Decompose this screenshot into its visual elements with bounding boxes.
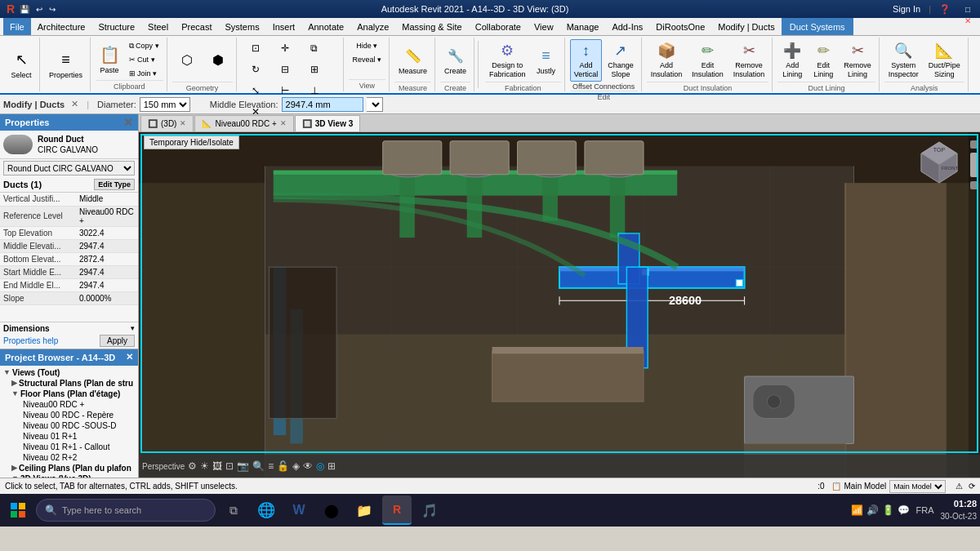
model-select[interactable]: Main Model xyxy=(889,480,946,493)
measure-btn[interactable]: 📏 Measure xyxy=(394,39,431,82)
notification-icon[interactable]: 💬 xyxy=(898,504,910,516)
elevation-unit-select[interactable]: ▾ xyxy=(367,97,383,112)
vp-unlock-icon[interactable]: 🔓 xyxy=(277,460,289,472)
properties-btn[interactable]: ≡ Properties xyxy=(45,43,87,86)
close-properties-btn[interactable]: ✕ xyxy=(123,116,133,129)
menu-insert[interactable]: Insert xyxy=(266,18,302,35)
viewport-scrollbar-right[interactable] xyxy=(969,132,980,478)
menu-manage[interactable]: Manage xyxy=(560,18,606,35)
taskview-btn[interactable]: ⧉ xyxy=(219,495,248,525)
menu-modify-ducts[interactable]: Modify | Ducts xyxy=(711,18,782,35)
close-btn[interactable]: ✕ xyxy=(962,15,973,26)
mirror-btn[interactable]: ⊟ xyxy=(271,60,299,80)
volume-icon[interactable]: 🔊 xyxy=(866,504,879,516)
add-lining-btn[interactable]: ➕ AddLining xyxy=(777,39,807,82)
diameter-select[interactable]: 150 mm 200 mm 250 mm xyxy=(140,97,190,112)
duct-pipe-sizing-btn[interactable]: 📐 Duct/PipeSizing xyxy=(924,39,964,82)
pb-item[interactable]: Niveau 01 R+1 xyxy=(2,431,136,442)
vp-3d-icon[interactable]: ◈ xyxy=(292,460,300,472)
geometry-btn1[interactable]: ⬡ xyxy=(172,39,202,82)
warning-icon[interactable]: ⚠ xyxy=(956,482,963,491)
align-btn[interactable]: ⊡ xyxy=(242,39,270,59)
create-btn[interactable]: 🔧 Create xyxy=(440,39,470,82)
copy-mod-btn[interactable]: ⧉ xyxy=(301,39,328,59)
chrome-btn[interactable]: ⬤ xyxy=(317,495,346,525)
menu-addins[interactable]: Add-Ins xyxy=(605,18,649,35)
word-btn[interactable]: W xyxy=(284,495,314,525)
pb-item[interactable]: ▶ Structural Plans (Plan de stru xyxy=(2,378,136,389)
vp-thin-lines-icon[interactable]: ≡ xyxy=(268,460,274,472)
edit-type-btn[interactable]: Edit Type xyxy=(94,179,135,190)
sync-icon[interactable]: ⟳ xyxy=(969,482,975,491)
paste-btn[interactable]: 📋 Paste xyxy=(96,44,123,75)
tab-niveau-close[interactable]: ✕ xyxy=(280,119,287,127)
pb-item[interactable]: ▼ Floor Plans (Plan d'étage) xyxy=(2,389,136,399)
network-icon[interactable]: 📶 xyxy=(851,504,863,516)
quick-access-redo[interactable]: ↪ xyxy=(49,5,56,14)
edit-lining-btn[interactable]: ✏ EditLining xyxy=(808,39,838,82)
explorer-btn[interactable]: 📁 xyxy=(350,495,379,525)
system-inspector-btn[interactable]: 🔍 SystemInspector xyxy=(884,39,923,82)
menu-structure[interactable]: Structure xyxy=(91,18,141,35)
change-slope-btn[interactable]: ↗ ChangeSlope xyxy=(604,39,638,82)
sign-in-btn[interactable]: Sign In xyxy=(893,4,920,14)
restore-btn[interactable]: □ xyxy=(962,3,973,15)
properties-help-link[interactable]: Properties help xyxy=(3,336,58,345)
hide-btn[interactable]: Hide ▾ xyxy=(352,39,381,52)
start-button[interactable] xyxy=(3,495,33,525)
vp-workplane-icon[interactable]: ⊞ xyxy=(327,460,336,472)
menu-steel[interactable]: Steel xyxy=(141,18,175,35)
menu-massing[interactable]: Massing & Site xyxy=(395,18,468,35)
close-modify-btn[interactable]: ✕ xyxy=(71,99,78,109)
elevation-input[interactable] xyxy=(282,97,363,112)
geometry-btn2[interactable]: ⬢ xyxy=(203,39,233,82)
vp-detail-icon[interactable]: 🔍 xyxy=(252,460,265,472)
viewcube[interactable]: TOP FRONT xyxy=(915,140,964,189)
viewport-3d[interactable]: Temporary Hide/Isolate TOP FRONT xyxy=(139,132,980,478)
pb-item[interactable]: Niveau 00 RDC -SOUS-D xyxy=(2,420,136,431)
pb-item[interactable]: Niveau00 RDC + xyxy=(2,399,136,410)
menu-diroots[interactable]: DiRootsOne xyxy=(649,18,711,35)
justly-btn[interactable]: ≡ Justly xyxy=(532,39,561,82)
add-vertical-btn[interactable]: ↕ AddVertical xyxy=(570,39,603,82)
vp-crop-icon[interactable]: ⊡ xyxy=(225,460,234,472)
menu-precast[interactable]: Precast xyxy=(175,18,218,35)
menu-duct-systems[interactable]: Duct Systems xyxy=(782,18,853,35)
quick-access-undo[interactable]: ↩ xyxy=(36,5,42,14)
menu-analyze[interactable]: Analyze xyxy=(350,18,395,35)
scale-btn[interactable]: ⤡ xyxy=(242,82,270,101)
copy-btn[interactable]: ⧉ Copy ▾ xyxy=(125,39,163,52)
tab-niveau[interactable]: 📐 Niveau00 RDC + ✕ xyxy=(194,115,293,131)
apply-btn[interactable]: Apply xyxy=(100,335,135,347)
vp-temp-icon[interactable]: 👁 xyxy=(303,460,313,472)
help-btn[interactable]: ❓ xyxy=(939,4,951,15)
tab-3d-close[interactable]: ✕ xyxy=(180,119,186,127)
vp-show-hidden-icon[interactable]: ◎ xyxy=(316,460,324,472)
menu-collaborate[interactable]: Collaborate xyxy=(469,18,528,35)
vp-camera-icon[interactable]: 📷 xyxy=(237,460,249,472)
menu-architecture[interactable]: Architecture xyxy=(31,18,92,35)
remove-lining-btn[interactable]: ✂ RemoveLining xyxy=(840,39,875,82)
join-btn[interactable]: ⊞ Join ▾ xyxy=(125,67,163,80)
tab-3dview3[interactable]: 🔲 3D View 3 xyxy=(295,115,361,131)
cut-btn[interactable]: ✂ Cut ▾ xyxy=(125,53,163,66)
array-btn[interactable]: ⊞ xyxy=(301,60,328,80)
vp-render-icon[interactable]: 🖼 xyxy=(212,460,222,472)
menu-annotate[interactable]: Annotate xyxy=(301,18,350,35)
pb-item[interactable]: Niveau 02 R+2 xyxy=(2,452,136,463)
vp-sun-icon[interactable]: ☀ xyxy=(200,460,209,472)
menu-systems[interactable]: Systems xyxy=(218,18,265,35)
battery-icon[interactable]: 🔋 xyxy=(882,504,894,516)
pb-item[interactable]: ▼ Views (Tout) xyxy=(2,367,136,378)
pb-close-btn[interactable]: ✕ xyxy=(126,352,133,362)
taskbar-search[interactable]: 🔍 Type here to search xyxy=(36,499,216,522)
pb-item[interactable]: ▼ 3D Views (Vue 3D) xyxy=(2,473,136,478)
language-indicator[interactable]: FRA xyxy=(916,505,934,515)
reveal-btn[interactable]: Reveal ▾ xyxy=(349,53,386,66)
pb-item[interactable]: Niveau 01 R+1 - Callout xyxy=(2,442,136,452)
edit-insulation-btn[interactable]: ✏ EditInsulation xyxy=(688,39,728,82)
select-btn[interactable]: ↖ Select xyxy=(7,43,36,86)
pb-item[interactable]: Niveau 00 RDC - Repère xyxy=(2,410,136,420)
revit-btn[interactable]: R xyxy=(382,495,412,525)
rotate-btn[interactable]: ↻ xyxy=(242,60,270,80)
